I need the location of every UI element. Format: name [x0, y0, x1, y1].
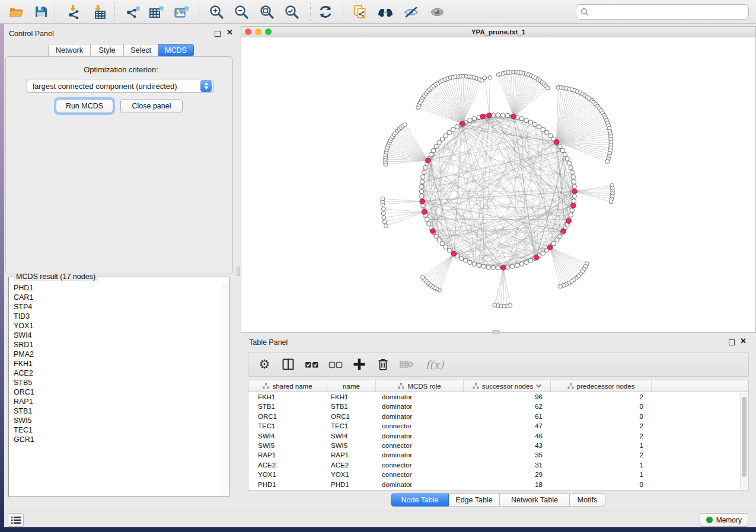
float-window-icon[interactable] [215, 31, 221, 37]
mcds-list-scrollbar[interactable] [222, 283, 228, 495]
network-node[interactable] [519, 262, 524, 266]
network-node[interactable] [477, 263, 481, 267]
table-row[interactable]: SWI4SWI4dominator462 [248, 431, 748, 441]
table-cell[interactable]: dominator [376, 431, 464, 441]
column-header-predecessor-nodes[interactable]: predecessor nodes [551, 380, 652, 392]
table-row[interactable]: YOX1YOX1connector291 [248, 470, 748, 479]
mcds-result-item[interactable]: ORC1 [9, 387, 221, 397]
network-hub-node[interactable] [534, 255, 539, 260]
table-cell[interactable]: STB1 [327, 402, 376, 411]
network-node[interactable] [551, 242, 556, 246]
table-cell[interactable]: FKH1 [327, 392, 376, 402]
network-hub-node[interactable] [572, 189, 578, 194]
network-hub-node[interactable] [422, 209, 428, 214]
table-row[interactable]: FKH1FKH1dominator962 [248, 392, 748, 402]
table-row[interactable]: ACE2ACE2connector311 [248, 460, 748, 470]
mcds-result-item[interactable]: ACE2 [9, 368, 221, 378]
table-cell[interactable]: 62 [464, 402, 551, 411]
table-cell[interactable]: FKH1 [248, 392, 327, 402]
network-node[interactable] [403, 123, 407, 127]
network-node[interactable] [493, 303, 497, 307]
tab-edge-table[interactable]: Edge Table [449, 493, 500, 507]
table-cell[interactable]: ACE2 [327, 460, 376, 470]
column-header-successor-nodes[interactable]: successor nodes [464, 380, 551, 392]
network-node[interactable] [528, 120, 532, 124]
mcds-result-item[interactable]: GCR1 [9, 435, 221, 444]
network-node[interactable] [519, 117, 524, 121]
network-node[interactable] [560, 148, 564, 152]
network-node[interactable] [572, 180, 576, 184]
search-field[interactable] [576, 4, 749, 20]
network-node[interactable] [524, 118, 528, 122]
export-table-icon[interactable] [146, 2, 167, 22]
mcds-result-item[interactable]: PHD1 [9, 283, 221, 293]
table-cell[interactable]: dominator [376, 412, 464, 421]
gear-icon[interactable]: ⚙ [257, 357, 272, 372]
network-node[interactable] [420, 180, 424, 184]
network-node[interactable] [421, 275, 425, 280]
mcds-result-item[interactable]: TID3 [9, 312, 221, 321]
table-cell[interactable]: connector [376, 470, 464, 479]
table-cell[interactable]: TEC1 [248, 421, 327, 431]
network-node[interactable] [429, 152, 433, 156]
network-node[interactable] [570, 208, 574, 212]
network-node[interactable] [420, 194, 424, 198]
network-node[interactable] [422, 170, 426, 174]
table-cell[interactable]: RAP1 [327, 450, 376, 460]
table-row[interactable]: STB1STB1dominator620 [248, 402, 748, 411]
network-node[interactable] [605, 159, 610, 164]
tab-mcds[interactable]: MCDS [158, 44, 194, 57]
table-cell[interactable]: ORC1 [248, 412, 327, 421]
task-history-button[interactable] [8, 513, 24, 527]
network-node[interactable] [447, 130, 451, 134]
mcds-result-item[interactable]: SRD1 [9, 340, 221, 350]
memory-button[interactable]: Memory [700, 513, 748, 527]
network-node[interactable] [491, 265, 495, 270]
network-node[interactable] [459, 256, 463, 260]
search-input[interactable] [592, 8, 748, 16]
export-network-icon[interactable] [123, 2, 143, 22]
network-node[interactable] [472, 117, 476, 121]
network-node[interactable] [423, 165, 428, 169]
table-cell[interactable]: dominator [376, 480, 464, 489]
network-node[interactable] [437, 238, 441, 242]
network-node[interactable] [420, 184, 424, 188]
table-cell[interactable]: 1 [551, 470, 652, 479]
network-hub-node[interactable] [426, 158, 431, 164]
table-cell[interactable]: 31 [464, 460, 551, 470]
network-node[interactable] [558, 145, 562, 149]
tab-select[interactable]: Select [124, 44, 158, 57]
network-node[interactable] [419, 189, 423, 193]
tab-style[interactable]: Style [91, 44, 124, 57]
table-cell[interactable]: 1 [551, 441, 652, 450]
new-network-from-selection-icon[interactable] [350, 2, 370, 22]
network-hub-node[interactable] [554, 139, 559, 145]
refresh-icon[interactable] [315, 2, 336, 22]
table-row[interactable]: SWI5SWI5connector431 [248, 441, 748, 450]
table-cell[interactable]: 46 [464, 431, 551, 441]
delete-table-icon[interactable] [399, 357, 414, 372]
network-node[interactable] [486, 265, 490, 269]
mcds-result-item[interactable]: RAP1 [9, 397, 221, 406]
network-node[interactable] [481, 264, 486, 268]
network-node[interactable] [444, 133, 448, 137]
horizontal-splitter-handle[interactable] [492, 330, 500, 334]
table-cell[interactable]: 47 [464, 421, 551, 431]
run-mcds-button[interactable]: Run MCDS [56, 99, 113, 113]
column-layout-icon[interactable] [280, 357, 296, 372]
network-node[interactable] [569, 165, 573, 169]
table-cell[interactable]: 2 [551, 450, 652, 460]
table-cell[interactable]: 96 [464, 392, 551, 402]
network-hub-node[interactable] [571, 203, 576, 209]
table-cell[interactable]: YOX1 [248, 470, 327, 479]
network-node[interactable] [496, 113, 500, 117]
table-cell[interactable]: TEC1 [327, 421, 376, 431]
criterion-dropdown[interactable]: largest connected component (undirected) [27, 79, 213, 93]
network-node[interactable] [440, 137, 444, 141]
network-node[interactable] [382, 216, 386, 220]
mcds-result-item[interactable]: CAR1 [9, 293, 221, 302]
network-node[interactable] [427, 222, 431, 226]
zoom-fit-icon[interactable] [257, 2, 277, 22]
network-node[interactable] [431, 148, 435, 152]
mcds-result-item[interactable]: YOX1 [9, 321, 221, 331]
